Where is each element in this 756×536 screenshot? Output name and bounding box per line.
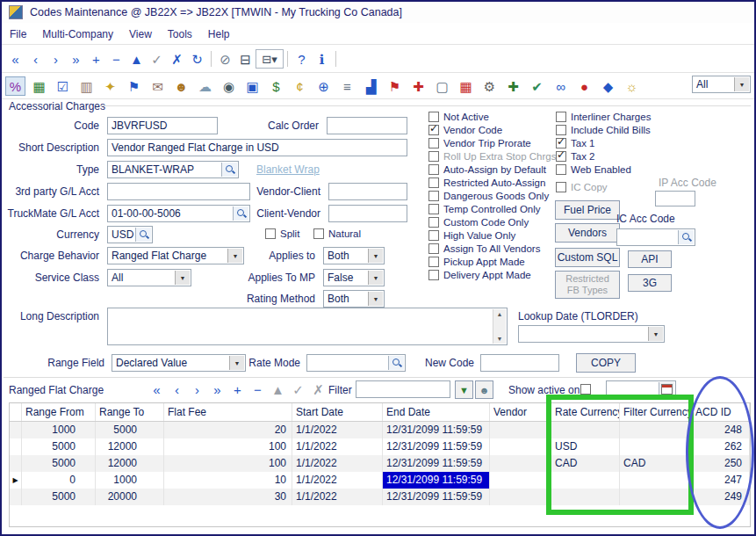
cell-acd-id[interactable]: 249 (692, 489, 750, 505)
rate-mode-field[interactable] (306, 354, 406, 372)
cell-rate-currency[interactable]: CAD (551, 455, 620, 472)
cell-vendor[interactable] (490, 455, 551, 472)
cell-vendor[interactable] (490, 438, 551, 455)
grid-last-icon[interactable]: » (207, 380, 227, 399)
checkbox-not-active[interactable]: Not Active (428, 110, 556, 123)
fuel-price-button[interactable]: Fuel Price (555, 200, 620, 220)
restricted-fb-types-button[interactable]: Restricted FB Types (555, 271, 620, 299)
user-icon[interactable]: ☻ (171, 76, 191, 96)
print-icon[interactable]: ⊟ (235, 49, 256, 69)
menu-help[interactable]: Help (200, 26, 238, 42)
checkbox-pickup-appt-made[interactable]: Pickup Appt Made (428, 255, 556, 268)
grid-cancel-icon[interactable]: ✗ (308, 380, 328, 399)
cell-rate-currency[interactable] (551, 489, 620, 505)
api-button[interactable]: API (628, 250, 672, 268)
cell-range-from[interactable]: 5000 (22, 489, 96, 505)
cell-end-date[interactable]: 12/31/2099 11:59:59 (383, 489, 490, 505)
edit-record-icon[interactable]: ▲ (126, 49, 147, 69)
ic-acc-code-lookup-icon[interactable] (678, 230, 694, 244)
link-icon[interactable]: ∞ (551, 76, 571, 96)
cell-end-date[interactable]: 12/31/2099 11:59:59 (383, 438, 490, 455)
next-record-icon[interactable]: › (46, 49, 66, 69)
ip-acc-code-field[interactable] (655, 191, 695, 206)
cell-filter-currency[interactable] (620, 472, 692, 489)
code-field[interactable]: JBVRFUSD (107, 117, 218, 134)
cell-end-date[interactable]: 12/31/2099 11:59:59 (383, 472, 490, 489)
show-active-on-checkbox[interactable] (580, 382, 595, 395)
ic-acc-code-field[interactable] (616, 228, 695, 246)
menu-tools[interactable]: Tools (160, 26, 200, 42)
applies-to-mp-select[interactable]: False (323, 269, 385, 286)
prior-record-icon[interactable]: ‹ (25, 49, 46, 69)
print-options-icon[interactable]: ⊟▾ (256, 49, 284, 69)
cell-flat-fee[interactable]: 10 (164, 472, 292, 489)
rate-mode-lookup-icon[interactable] (388, 356, 404, 370)
chart-icon[interactable]: ▟ (361, 76, 381, 96)
checkbox-vendor-trip-prorate[interactable]: Vendor Trip Prorate (428, 136, 556, 149)
cell-filter-currency[interactable] (620, 489, 692, 505)
service-class-select[interactable]: All (107, 269, 191, 286)
grid-edit-icon[interactable]: ▲ (268, 380, 288, 399)
checkbox-temp-controlled-only[interactable]: Temp Controlled Only (428, 202, 556, 215)
table-row[interactable]: 5000120001001/1/202212/31/2099 11:59:59U… (10, 438, 750, 455)
calendar-icon[interactable] (659, 382, 674, 396)
cell-range-from[interactable]: 1000 (22, 422, 96, 438)
copy-button[interactable]: COPY (576, 353, 636, 373)
cell-end-date[interactable]: 12/31/2099 11:59:59 (383, 455, 490, 472)
check-green-icon[interactable]: ✔ (527, 76, 547, 96)
column-header-acd-id[interactable]: ACD ID (692, 403, 750, 421)
mail-icon[interactable]: ✉ (148, 76, 168, 96)
rating-method-select[interactable]: Both (323, 290, 385, 308)
filter-user-icon[interactable]: ☻ (475, 380, 493, 399)
chevron-down-icon[interactable] (368, 292, 383, 306)
long-description-textarea[interactable]: ▲▼ (107, 308, 508, 345)
cell-rate-currency[interactable] (551, 472, 620, 489)
flag-red-icon[interactable]: ⚑ (385, 76, 405, 96)
last-record-icon[interactable]: » (66, 49, 86, 69)
cell-filter-currency[interactable]: CAD (620, 455, 692, 472)
flag-blue-icon[interactable]: ⚑ (124, 76, 144, 96)
checkbox-tax-1[interactable]: ✓Tax 1 (556, 136, 651, 149)
table-row[interactable]: ▶01000101/1/202212/31/2099 11:59:59247 (10, 472, 750, 489)
checkbox-roll-up-extra-stop-chrgs[interactable]: Roll Up Extra Stop Chrgs (428, 149, 556, 163)
layers-icon[interactable]: ▣ (242, 76, 263, 96)
currency-lookup-icon[interactable] (135, 228, 151, 242)
checkbox-split[interactable]: Split (265, 227, 299, 240)
cell-range-to[interactable]: 1000 (96, 472, 164, 489)
checkbox-high-value-only[interactable]: High Value Only (428, 228, 556, 242)
cell-rate-currency[interactable]: USD (551, 438, 620, 455)
lookup-date-select[interactable] (518, 325, 665, 343)
grid-insert-icon[interactable]: + (227, 380, 248, 399)
checkbox-ic-copy[interactable]: IC Copy (556, 180, 651, 193)
list-icon[interactable]: ≡ (337, 76, 357, 96)
custom-sql-button[interactable]: Custom SQL (555, 248, 620, 267)
column-header-filter-currency[interactable]: Filter Currency (620, 403, 692, 421)
menu-multi-company[interactable]: Multi-Company (34, 26, 121, 42)
checkbox-web-enabled[interactable]: Web Enabled (556, 163, 651, 176)
cell-range-from[interactable]: 5000 (22, 455, 96, 472)
plus-green-icon[interactable]: ✚ (503, 76, 523, 96)
filter-input[interactable] (356, 380, 450, 398)
column-header-start-date[interactable]: Start Date (292, 403, 383, 421)
percent-rates-icon[interactable]: % (5, 76, 25, 96)
menu-view[interactable]: View (121, 26, 160, 42)
chevron-down-icon[interactable] (648, 327, 663, 341)
cell-flat-fee[interactable]: 100 (164, 438, 292, 455)
scrollbar[interactable]: ▲▼ (493, 309, 506, 344)
table-row[interactable]: 500020000301/1/202212/31/2099 11:59:5924… (10, 489, 750, 505)
clear-icon[interactable]: ⊘ (215, 49, 235, 69)
column-header-end-date[interactable]: End Date (383, 403, 490, 421)
vendors-button[interactable]: Vendors (555, 223, 620, 243)
notes-icon[interactable]: ▥ (76, 76, 97, 96)
table-row[interactable]: 10005000201/1/202212/31/2099 11:59:59248 (10, 422, 750, 438)
refresh-icon[interactable]: ↻ (187, 49, 207, 69)
cancel-edit-icon[interactable]: ✗ (167, 49, 187, 69)
cell-vendor[interactable] (490, 489, 551, 505)
scroll-down-icon[interactable]: ▼ (497, 336, 503, 342)
grid-delete-icon[interactable]: − (248, 380, 268, 399)
menu-file[interactable]: File (2, 26, 34, 42)
cell-vendor[interactable] (490, 422, 551, 438)
cell-range-to[interactable]: 20000 (96, 489, 164, 505)
grid-post-icon[interactable]: ✓ (288, 380, 308, 399)
scroll-up-icon[interactable]: ▲ (497, 311, 503, 317)
